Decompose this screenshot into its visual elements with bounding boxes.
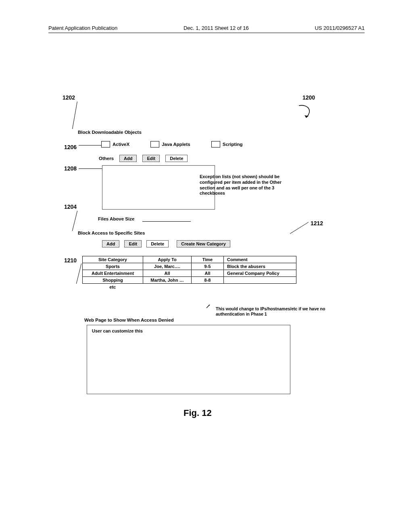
cell: Joe, Marc…. bbox=[143, 263, 192, 270]
cell: Martha, John … bbox=[143, 277, 192, 284]
cell: 8-8 bbox=[192, 277, 224, 284]
table-note: This would change to IPs/hostnames/etc i… bbox=[216, 306, 329, 317]
table-header-row: Site Category Apply To Time Comment bbox=[83, 256, 296, 263]
table-row[interactable]: Adult Entertainment All All General Comp… bbox=[83, 270, 296, 277]
site-buttons-row: Add Edit Delete Create New Category bbox=[102, 240, 230, 247]
table-row[interactable]: Shopping Martha, John … 8-8 bbox=[83, 277, 296, 284]
cell: All bbox=[192, 270, 224, 277]
files-size-input[interactable] bbox=[142, 216, 191, 222]
block-access-title: Block Access to Specific Sites bbox=[78, 231, 145, 235]
table-etc-row: etc bbox=[83, 284, 296, 291]
files-above-size-label: Files Above Size bbox=[98, 216, 134, 221]
ref-1210: 1210 bbox=[64, 257, 77, 264]
activex-checkbox[interactable] bbox=[101, 141, 110, 148]
denied-page-label: Web Page to Show When Access Denied bbox=[84, 318, 174, 322]
scripting-checkbox[interactable] bbox=[211, 141, 220, 148]
col-site-category: Site Category bbox=[83, 256, 143, 263]
cell: General Company Policy bbox=[224, 270, 296, 277]
ref-1202: 1202 bbox=[63, 94, 75, 101]
denied-page-textarea[interactable]: User can customize this bbox=[87, 325, 290, 394]
leader-line bbox=[72, 211, 77, 231]
header-right: US 2011/0296527 A1 bbox=[315, 25, 365, 31]
java-applets-checkbox[interactable] bbox=[150, 141, 159, 148]
site-edit-button[interactable]: Edit bbox=[124, 240, 142, 247]
leader-line bbox=[79, 168, 102, 169]
table-row[interactable]: Sports Joe, Marc…. 9-5 Block the abusers bbox=[83, 263, 296, 270]
add-button[interactable]: Add bbox=[119, 155, 137, 162]
cell: Adult Entertainment bbox=[83, 270, 143, 277]
col-apply-to: Apply To bbox=[143, 256, 192, 263]
header-center: Dec. 1, 2011 Sheet 12 of 16 bbox=[184, 25, 249, 31]
page-header: Patent Application Publication Dec. 1, 2… bbox=[48, 25, 365, 33]
cell: 9-5 bbox=[192, 263, 224, 270]
col-comment: Comment bbox=[224, 256, 296, 263]
leader-line bbox=[290, 222, 309, 234]
denied-placeholder: User can customize this bbox=[92, 328, 143, 333]
cell bbox=[224, 277, 296, 284]
ref-1212: 1212 bbox=[311, 220, 323, 227]
leader-line bbox=[76, 264, 81, 284]
scripting-label: Scripting bbox=[223, 142, 243, 147]
leader-line bbox=[79, 145, 102, 145]
leader-arrow-icon bbox=[206, 304, 211, 309]
ref-1204: 1204 bbox=[64, 204, 77, 210]
header-left: Patent Application Publication bbox=[48, 25, 117, 31]
cell: All bbox=[143, 270, 192, 277]
etc-cell: etc bbox=[83, 284, 143, 291]
java-applets-label: Java Applets bbox=[162, 142, 190, 147]
cell: Block the abusers bbox=[224, 263, 296, 270]
ref-1200: 1200 bbox=[302, 94, 315, 101]
ref-1206: 1206 bbox=[64, 144, 77, 150]
create-category-button[interactable]: Create New Category bbox=[177, 240, 230, 247]
files-above-size-row: Files Above Size bbox=[98, 216, 191, 222]
site-delete-button[interactable]: Delete bbox=[146, 240, 169, 247]
others-list-box[interactable] bbox=[102, 165, 215, 210]
arrow-icon bbox=[296, 103, 313, 119]
leader-line bbox=[72, 102, 77, 129]
cell: Shopping bbox=[83, 277, 143, 284]
ref-1208: 1208 bbox=[64, 165, 77, 172]
exception-note: Exception lists (not shown) should be co… bbox=[200, 174, 296, 196]
activex-label: ActiveX bbox=[113, 142, 129, 147]
cell: Sports bbox=[83, 263, 143, 270]
site-add-button[interactable]: Add bbox=[102, 240, 119, 247]
figure-label: Fig. 12 bbox=[184, 408, 212, 418]
col-time: Time bbox=[192, 256, 224, 263]
block-downloadable-title: Block Downloadable Objects bbox=[78, 130, 142, 135]
delete-button[interactable]: Delete bbox=[165, 155, 188, 162]
edit-button[interactable]: Edit bbox=[142, 155, 160, 162]
checkbox-row: ActiveX Java Applets Scripting bbox=[101, 141, 243, 148]
site-category-table: Site Category Apply To Time Comment Spor… bbox=[82, 256, 296, 290]
others-row: Others Add Edit Delete bbox=[99, 155, 188, 162]
others-label: Others bbox=[99, 156, 114, 161]
